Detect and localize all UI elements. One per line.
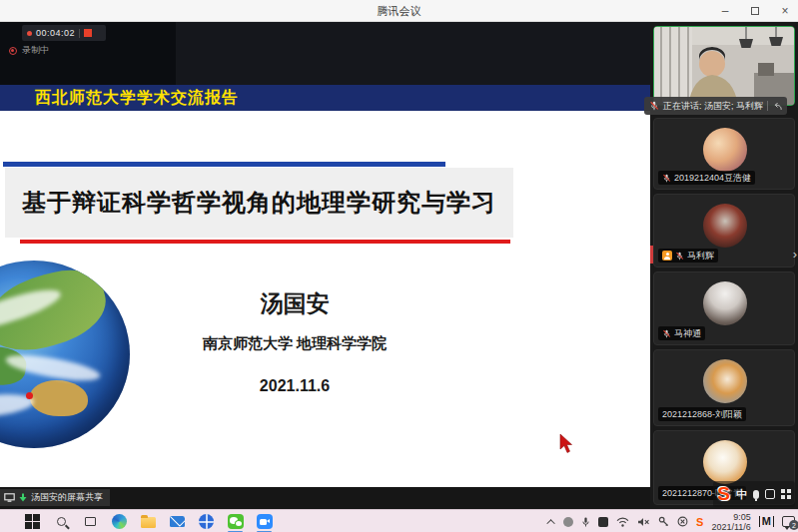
notification-badge: 2 xyxy=(789,520,798,530)
mic-tray-button[interactable] xyxy=(581,516,590,528)
window-titlebar: 腾讯会议 – × xyxy=(0,0,798,22)
presenter-name: 汤国安 xyxy=(60,288,529,319)
meeting-window: 腾讯会议 – × 00:04:02 录制中 西北师范大学学术交流报告 xyxy=(0,0,798,532)
presenter-affiliation: 南京师范大学 地理科学学院 xyxy=(60,334,529,353)
participant-name-chip: 2019212404豆浩健 xyxy=(658,171,755,185)
shared-screen: 00:04:02 录制中 西北师范大学学术交流报告 基于辩证科学哲学视角的地理学… xyxy=(0,22,650,509)
wifi-icon xyxy=(616,517,629,527)
window-title: 腾讯会议 xyxy=(0,4,798,19)
divider xyxy=(767,101,768,111)
show-hidden-icons-button[interactable] xyxy=(549,519,555,525)
sogou-logo-icon[interactable]: S xyxy=(717,483,730,505)
taskbar-search-button[interactable] xyxy=(53,513,70,530)
task-view-button[interactable] xyxy=(82,513,99,530)
slide-banner: 西北师范大学学术交流报告 xyxy=(0,85,650,111)
reply-arrow-icon[interactable] xyxy=(772,102,782,111)
avatar xyxy=(703,440,747,484)
windows-logo-icon xyxy=(25,514,40,529)
avatar xyxy=(703,128,747,172)
screen-share-chip[interactable]: 汤国安的屏幕共享 xyxy=(0,489,110,506)
mouse-cursor-icon xyxy=(559,434,575,454)
avatar xyxy=(703,359,747,403)
shared-desktop-band: 00:04:02 录制中 xyxy=(0,22,650,85)
file-explorer-button[interactable] xyxy=(140,513,157,530)
folder-icon xyxy=(141,517,156,528)
mic-muted-icon xyxy=(662,174,671,183)
maximize-icon xyxy=(751,7,759,15)
minimize-button[interactable]: – xyxy=(718,4,732,18)
sogou-s-icon: S xyxy=(696,516,703,528)
search-icon xyxy=(57,517,66,526)
action-center-button[interactable]: 2 xyxy=(782,516,795,527)
speaking-label: 正在讲话: 汤国安; 马利辉 xyxy=(663,100,763,113)
collapse-panel-chevron[interactable]: › xyxy=(793,247,797,262)
map-pin-icon xyxy=(26,392,33,399)
tray-date: 2021/11/6 xyxy=(711,522,750,532)
wechat-button[interactable] xyxy=(227,513,244,530)
title-top-rule xyxy=(3,162,445,167)
participant-name: 马利辉 xyxy=(687,250,714,263)
speaker-video-tile[interactable] xyxy=(653,26,795,106)
status-tray-button[interactable] xyxy=(677,516,688,527)
wechat-icon xyxy=(228,514,244,529)
onedrive-tray-button[interactable] xyxy=(563,517,573,527)
avatar xyxy=(703,204,747,248)
participant-tile[interactable]: 马神通 xyxy=(653,271,795,345)
speaker-video-feed xyxy=(654,27,794,105)
close-circle-icon xyxy=(677,516,688,527)
participant-tile[interactable]: 2019212404豆浩健 xyxy=(653,118,795,190)
sogou-tray-button[interactable]: S xyxy=(696,516,703,528)
taskbar-apps xyxy=(24,510,273,532)
participant-name: 马神通 xyxy=(674,327,701,340)
banner-text: 西北师范大学学术交流报告 xyxy=(35,88,239,109)
mail-button[interactable] xyxy=(169,513,186,530)
recording-timer: 00:04:02 xyxy=(36,28,75,38)
close-button[interactable]: × xyxy=(778,4,792,18)
browser-globe-button[interactable] xyxy=(198,513,215,530)
host-icon xyxy=(662,251,672,261)
slide-date: 2021.11.6 xyxy=(60,377,529,395)
chevron-up-icon xyxy=(546,519,554,527)
participant-name: 2019212404豆浩健 xyxy=(674,172,751,185)
clock[interactable]: 9:05 2021/11/6 xyxy=(711,512,750,532)
app-tray-button[interactable] xyxy=(598,517,608,527)
windows-taskbar: S 9:05 2021/11/6 M 2 xyxy=(0,509,798,532)
slide-title: 基于辩证科学哲学视角的地理学研究与学习 xyxy=(22,187,496,219)
tencent-meeting-button[interactable] xyxy=(256,513,273,530)
participants-panel: 正在讲话: 汤国安; 马利辉 2019212404豆浩健 马 xyxy=(650,22,798,509)
divider xyxy=(79,29,80,38)
participant-name-chip: 马利辉 xyxy=(658,249,718,263)
shared-screen-footer: 汤国安的屏幕共享 xyxy=(0,487,650,509)
mic-muted-icon xyxy=(649,101,659,111)
vpn-tray-button[interactable] xyxy=(658,516,669,527)
mic-muted-icon xyxy=(675,252,684,261)
network-tray-button[interactable] xyxy=(616,517,629,527)
stop-recording-button[interactable] xyxy=(84,29,92,37)
ime-indicator-button[interactable]: M xyxy=(759,516,774,527)
participant-tile[interactable]: 马利辉 xyxy=(653,194,795,267)
start-button[interactable] xyxy=(24,513,41,530)
volume-tray-button[interactable] xyxy=(637,517,650,527)
volume-muted-icon xyxy=(637,517,650,527)
recording-timer-box: 00:04:02 xyxy=(22,25,106,41)
slide-title-box: 基于辩证科学哲学视角的地理学研究与学习 xyxy=(5,168,513,238)
ime-mic-icon[interactable] xyxy=(753,490,759,499)
speaking-indicator: 正在讲话: 汤国安; 马利辉 xyxy=(644,97,787,115)
notification-bubble-icon: 2 xyxy=(782,516,795,527)
ime-toolbar[interactable]: S 中 xyxy=(713,481,795,507)
mic-muted-icon xyxy=(662,329,671,338)
participant-tile[interactable]: 2021212868-刘阳颖 xyxy=(653,349,795,426)
window-controls: – × xyxy=(718,0,792,22)
recording-dot-icon xyxy=(27,31,32,36)
record-icon xyxy=(9,47,17,55)
ime-language-toggle[interactable]: 中 xyxy=(736,487,747,502)
panel-alert-handle xyxy=(650,246,653,264)
edge-browser-button[interactable] xyxy=(111,513,128,530)
participant-name: 2021212868-刘阳颖 xyxy=(662,408,742,421)
monitor-icon xyxy=(4,493,15,503)
ime-menu-icon[interactable] xyxy=(781,489,791,499)
meeting-camera-icon xyxy=(257,514,273,529)
edge-icon xyxy=(112,514,127,529)
maximize-button[interactable] xyxy=(748,4,762,18)
ime-keyboard-icon[interactable] xyxy=(765,489,775,499)
